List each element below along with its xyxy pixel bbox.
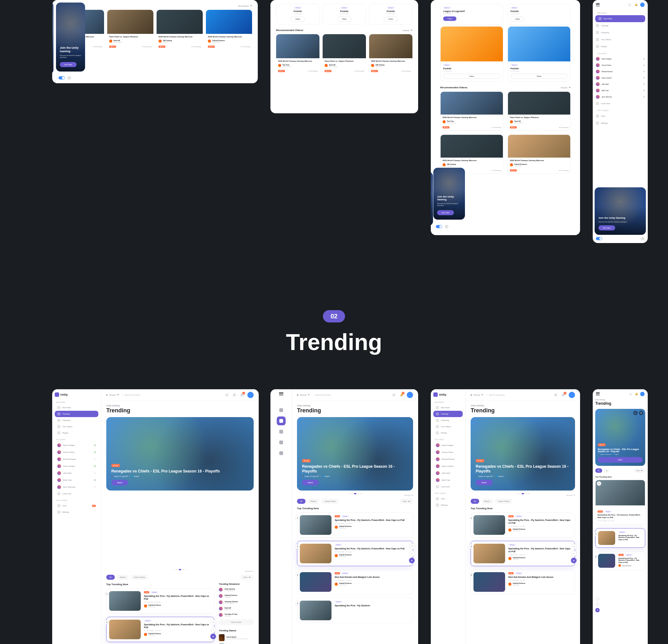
toggle[interactable] <box>59 76 65 79</box>
search-icon[interactable]: ⌕ <box>629 392 633 396</box>
nav-trending[interactable]: Trending <box>593 22 648 29</box>
follow-button[interactable]: Follow <box>511 16 525 21</box>
browse-dropdown[interactable]: ◧ Browse <box>297 394 310 396</box>
streamer-item[interactable]: Unity Gaming★ 1.2M followers <box>219 588 254 591</box>
following-item[interactable]: Richard Bowers <box>593 69 648 75</box>
game-item[interactable]: Call of Duty®Discover the best of the ga… <box>219 634 254 641</box>
trending-list-item[interactable]: 3 LiveShooter New Sub Emotes And Badges!… <box>297 569 413 595</box>
nav-trending[interactable]: Trending <box>55 411 98 417</box>
following-item[interactable]: Edith Cain <box>593 87 648 94</box>
favorite-icon[interactable]: ♥ <box>571 558 577 563</box>
toggle[interactable] <box>436 225 442 228</box>
nav-following[interactable]: Following <box>55 417 98 423</box>
trending-list-item[interactable]: 1 LiveShooter Spectating the Pros - Fly … <box>471 512 575 538</box>
follow-button[interactable]: Follow <box>337 16 351 21</box>
load-more[interactable]: Load more <box>433 483 463 490</box>
nav-settings[interactable]: Settings <box>593 120 648 126</box>
follow-button[interactable]: Follow <box>443 74 500 79</box>
nav-your-videos[interactable] <box>277 438 286 447</box>
nav-new-feed[interactable]: New Feed <box>55 404 98 411</box>
filter-all[interactable]: All <box>297 499 305 504</box>
menu-icon[interactable] <box>596 392 600 395</box>
add-icon[interactable]: + <box>633 411 638 415</box>
hero-carousel[interactable]: + ♥ Live Renegades vs Chiefs - ESL Pro L… <box>595 409 645 466</box>
streamer-item[interactable]: Tran Mau Tri TamCall of Duty <box>219 613 254 617</box>
browse-dropdown[interactable]: ◧ Browse <box>471 394 483 396</box>
load-more[interactable]: Load more <box>55 491 98 497</box>
following-item[interactable]: Richard Bowers <box>55 456 98 463</box>
nav-playlist[interactable]: Playlist <box>55 430 98 436</box>
streamer-item[interactable]: Amazing Channel★ 2.2K followers <box>219 600 254 604</box>
discover-more-button[interactable]: Discover More <box>219 619 254 625</box>
trending-list-item[interactable]: 2 Shooter Spectating the Pros - Fly Sant… <box>297 541 413 566</box>
share-icon[interactable]: ↗ <box>571 544 577 549</box>
hero-carousel[interactable]: Live Renegades vs Chiefs - ESL Pro Leagu… <box>471 417 575 491</box>
favorite-icon[interactable]: ♥ <box>639 411 643 415</box>
avatar[interactable] <box>640 2 644 7</box>
following-item[interactable]: Vincent Parks <box>55 449 98 456</box>
filter-all[interactable]: All <box>471 499 479 504</box>
video-card[interactable]: Team Flash vs. Saigon Phantom Dash UKHou… <box>507 91 571 131</box>
favorite-icon[interactable]: ♥ <box>409 558 415 563</box>
nav-settings[interactable]: Settings <box>433 502 463 508</box>
filter-gameonline[interactable]: Game Online <box>495 499 512 504</box>
nav-following[interactable]: Following <box>433 417 463 423</box>
channel-card[interactable]: Shooter League of Legends® ★ 2.4K viewer… <box>440 4 503 24</box>
channel-card[interactable]: Shooter Fortnite ★ 2.4K viewers Follow <box>323 4 366 24</box>
menu-icon[interactable] <box>596 3 600 6</box>
notification-icon[interactable]: 🔔 <box>635 392 638 396</box>
hero-carousel[interactable]: Live Renegades vs Chiefs - ESL Pro Leagu… <box>297 417 413 491</box>
nav-your-videos[interactable]: Your Videos <box>433 423 463 430</box>
filter-all[interactable]: All <box>595 468 602 473</box>
nav-settings[interactable]: Settings <box>55 509 98 515</box>
following-item[interactable]: Dylan Hodges <box>593 56 648 62</box>
trending-list-item[interactable]: 4 Shooter Spectating the Pros · Fly Sant… <box>297 598 413 623</box>
logo[interactable]: Unity. <box>55 392 98 397</box>
video-card[interactable]: 2020 World Champs Gaming Warzone Gabriel… <box>206 10 252 50</box>
following-item[interactable]: Lillie Nash <box>433 470 463 477</box>
sort-dropdown[interactable]: Most Recent <box>238 5 252 7</box>
channel-hero-card[interactable]: Shooter Fortnite ★ 2.4K viewers Follow <box>440 26 503 81</box>
share-icon[interactable]: ↗ <box>595 597 600 601</box>
avatar[interactable] <box>247 392 254 398</box>
nav-chat[interactable]: Chat <box>433 496 463 502</box>
share-icon[interactable]: ↗ <box>210 620 216 625</box>
avatar[interactable] <box>569 392 575 398</box>
notification-icon[interactable]: 🔔 <box>399 393 404 397</box>
video-card[interactable]: Team Flash vs. Saigon Phantom Dash UKHou… <box>107 10 153 50</box>
sort-dropdown[interactable]: Popular <box>561 87 571 89</box>
clock-icon[interactable]: ◷ <box>225 393 229 397</box>
nav-playlist[interactable]: Playlist <box>433 430 463 436</box>
cart-icon[interactable]: 🛒 <box>561 393 565 397</box>
following-item[interactable]: Isaac Lambert <box>55 463 98 470</box>
streamer-item[interactable]: Gabriel EricksonCall of Duty <box>219 594 254 598</box>
filter-esport[interactable]: ESport <box>117 575 129 580</box>
following-item[interactable]: Dylan Hodges <box>55 442 98 449</box>
nav-trending[interactable]: Trending <box>433 411 463 417</box>
hero-carousel[interactable]: Live Renegades vs Chiefs - ESL Pro Leagu… <box>106 417 254 491</box>
channel-card[interactable]: Shooter Fortnite ★ 2.4K viewers Follow <box>276 4 319 24</box>
video-card[interactable]: 2020 World Champs Gaming Warzone UIB Gam… <box>156 10 203 50</box>
follow-button[interactable]: Follow <box>443 16 456 21</box>
trending-list-item[interactable]: 2 Shooter Spectating the Pros - Fly Sant… <box>595 528 645 548</box>
follow-button[interactable]: Follow <box>511 74 568 79</box>
filter-esport[interactable]: ★ <box>604 468 610 473</box>
following-item[interactable]: Edith Cain <box>433 477 463 483</box>
following-item[interactable]: Dylan Hodges <box>433 442 463 449</box>
join-now-button[interactable]: Join Now <box>437 210 454 215</box>
join-now-button[interactable]: Join Now <box>60 62 77 67</box>
chat-icon[interactable]: ⊡ <box>232 393 237 397</box>
filter-gameonline[interactable]: Game Online <box>131 575 148 580</box>
following-item[interactable]: Jerry Sherman <box>55 483 98 491</box>
filter-esport[interactable]: ESport <box>307 499 319 504</box>
video-card[interactable]: Team Flash vs. Saigon Phantom Dash UKHou… <box>323 34 366 74</box>
trending-list-item[interactable]: 2 Shooter Spectating the Pros - Fly Sant… <box>106 617 214 642</box>
channel-card[interactable]: Shooter Fortnite ★ 2.4K viewers Follow <box>369 4 412 24</box>
nav-chat[interactable]: Chat <box>593 113 648 120</box>
trending-list-item[interactable]: 2 Shooter Spectating the Pros - Fly Sant… <box>471 541 575 566</box>
following-item[interactable]: Richard Bowers <box>433 456 463 463</box>
share-icon[interactable]: ↗ <box>409 544 415 549</box>
following-item[interactable]: Jerry Sherman <box>593 94 648 100</box>
following-item[interactable]: Isaac Lambert <box>593 75 648 81</box>
notification-icon[interactable]: 🔔 <box>634 2 638 7</box>
